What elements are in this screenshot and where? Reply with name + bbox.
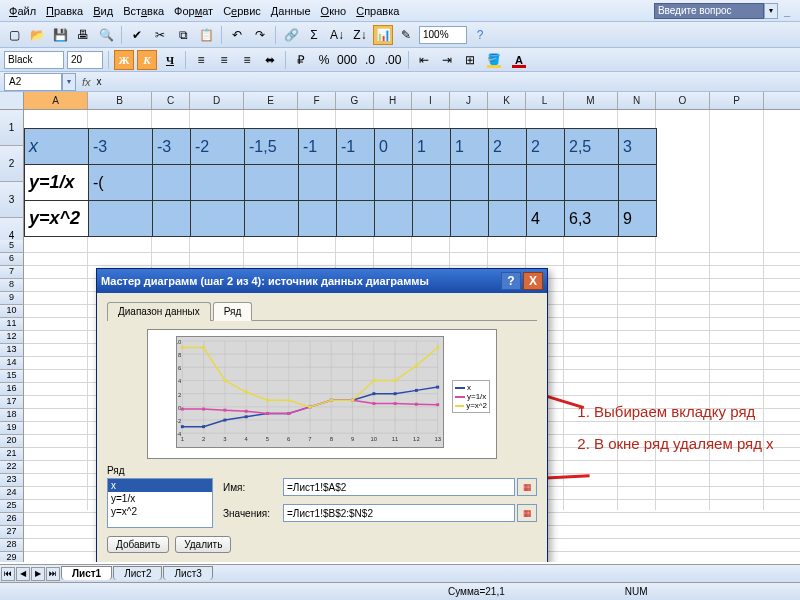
- row-header-19[interactable]: 19: [0, 422, 24, 435]
- name-box[interactable]: A2: [4, 73, 62, 91]
- col-header-E[interactable]: E: [244, 92, 298, 109]
- menu-view[interactable]: Вид: [88, 3, 118, 19]
- col-header-F[interactable]: F: [298, 92, 336, 109]
- series-item-0[interactable]: x: [108, 479, 212, 492]
- menu-insert[interactable]: Вставка: [118, 3, 169, 19]
- cell-r2-c1[interactable]: [153, 201, 191, 237]
- cell-r2-c10[interactable]: 4: [527, 201, 565, 237]
- sort-desc-icon[interactable]: Z↓: [350, 25, 370, 45]
- row-header-26[interactable]: 26: [0, 513, 24, 526]
- row-header-11[interactable]: 11: [0, 318, 24, 331]
- cell-r2-c7[interactable]: [413, 201, 451, 237]
- currency-icon[interactable]: ₽: [291, 50, 311, 70]
- menu-window[interactable]: Окно: [316, 3, 352, 19]
- align-center-icon[interactable]: ≡: [214, 50, 234, 70]
- cell-r1-c6[interactable]: [375, 165, 413, 201]
- undo-icon[interactable]: ↶: [227, 25, 247, 45]
- sheet-tab-2[interactable]: Лист2: [113, 566, 162, 580]
- row-label-0[interactable]: x: [25, 129, 89, 165]
- sort-asc-icon[interactable]: A↓: [327, 25, 347, 45]
- row-header-23[interactable]: 23: [0, 474, 24, 487]
- namebox-arrow-icon[interactable]: ▾: [62, 73, 76, 91]
- cell-r1-c2[interactable]: [191, 165, 245, 201]
- size-selector[interactable]: 20: [67, 51, 103, 69]
- help-icon[interactable]: ?: [470, 25, 490, 45]
- col-header-J[interactable]: J: [450, 92, 488, 109]
- fx-icon[interactable]: fx: [82, 76, 91, 88]
- cell-r2-c4[interactable]: [299, 201, 337, 237]
- spreadsheet-grid[interactable]: ABCDEFGHIJKLMNOP 1234 x-3-3-2-1,5-1-1011…: [0, 92, 800, 562]
- col-header-O[interactable]: O: [656, 92, 710, 109]
- comma-icon[interactable]: 000: [337, 50, 357, 70]
- help-dropdown-icon[interactable]: ▾: [764, 3, 778, 19]
- borders-icon[interactable]: ⊞: [460, 50, 480, 70]
- cell-r0-c3[interactable]: -1,5: [245, 129, 299, 165]
- indent-inc-icon[interactable]: ⇥: [437, 50, 457, 70]
- menu-tools[interactable]: Сервис: [218, 3, 266, 19]
- col-header-G[interactable]: G: [336, 92, 374, 109]
- new-icon[interactable]: ▢: [4, 25, 24, 45]
- decrease-dec-icon[interactable]: .0: [360, 50, 380, 70]
- row-header-15[interactable]: 15: [0, 370, 24, 383]
- data-table[interactable]: x-3-3-2-1,5-1-1011222,53y=1/x-(y=x^246,3…: [24, 128, 657, 237]
- sheet-tab-1[interactable]: Лист1: [61, 566, 112, 580]
- cell-r0-c2[interactable]: -2: [191, 129, 245, 165]
- preview-icon[interactable]: 🔍: [96, 25, 116, 45]
- row-header-13[interactable]: 13: [0, 344, 24, 357]
- col-header-D[interactable]: D: [190, 92, 244, 109]
- row-header-27[interactable]: 27: [0, 526, 24, 539]
- formula-value[interactable]: x: [97, 76, 102, 87]
- cell-r0-c6[interactable]: 0: [375, 129, 413, 165]
- cell-r2-c2[interactable]: [191, 201, 245, 237]
- cell-r2-c9[interactable]: [489, 201, 527, 237]
- cell-r1-c7[interactable]: [413, 165, 451, 201]
- col-header-L[interactable]: L: [526, 92, 564, 109]
- cell-r0-c8[interactable]: 1: [451, 129, 489, 165]
- paste-icon[interactable]: 📋: [196, 25, 216, 45]
- cell-r1-c3[interactable]: [245, 165, 299, 201]
- tab-nav-last-icon[interactable]: ⏭: [46, 567, 60, 581]
- dialog-close-button[interactable]: X: [523, 272, 543, 290]
- cell-r0-c11[interactable]: 2,5: [565, 129, 619, 165]
- cell-r2-c0[interactable]: [89, 201, 153, 237]
- help-search-input[interactable]: [654, 3, 764, 19]
- row-header-9[interactable]: 9: [0, 292, 24, 305]
- cell-r0-c10[interactable]: 2: [527, 129, 565, 165]
- cell-r1-c8[interactable]: [451, 165, 489, 201]
- align-left-icon[interactable]: ≡: [191, 50, 211, 70]
- cell-r0-c12[interactable]: 3: [619, 129, 657, 165]
- link-icon[interactable]: 🔗: [281, 25, 301, 45]
- tab-nav-next-icon[interactable]: ▶: [31, 567, 45, 581]
- row-header-18[interactable]: 18: [0, 409, 24, 422]
- cell-r2-c12[interactable]: 9: [619, 201, 657, 237]
- cell-r1-c9[interactable]: [489, 165, 527, 201]
- cell-r1-c4[interactable]: [299, 165, 337, 201]
- cell-r0-c9[interactable]: 2: [489, 129, 527, 165]
- row-header-21[interactable]: 21: [0, 448, 24, 461]
- row-header-16[interactable]: 16: [0, 383, 24, 396]
- cell-r0-c4[interactable]: -1: [299, 129, 337, 165]
- row-header-20[interactable]: 20: [0, 435, 24, 448]
- row-header-5[interactable]: 5: [0, 240, 24, 253]
- add-series-button[interactable]: Добавить: [107, 536, 169, 553]
- cell-r1-c12[interactable]: [619, 165, 657, 201]
- cell-r2-c11[interactable]: 6,3: [565, 201, 619, 237]
- row-header-22[interactable]: 22: [0, 461, 24, 474]
- menu-edit[interactable]: Правка: [41, 3, 88, 19]
- row-header-8[interactable]: 8: [0, 279, 24, 292]
- row-label-2[interactable]: y=x^2: [25, 201, 89, 237]
- bold-button[interactable]: Ж: [114, 50, 134, 70]
- menu-data[interactable]: Данные: [266, 3, 316, 19]
- underline-button[interactable]: Ч: [160, 50, 180, 70]
- fill-color-button[interactable]: 🪣: [483, 51, 505, 69]
- col-header-P[interactable]: P: [710, 92, 764, 109]
- cell-r2-c6[interactable]: [375, 201, 413, 237]
- tab-series[interactable]: Ряд: [213, 302, 253, 321]
- cell-r1-c0[interactable]: -(: [89, 165, 153, 201]
- row-header-7[interactable]: 7: [0, 266, 24, 279]
- chart-icon[interactable]: 📊: [373, 25, 393, 45]
- row-header-1[interactable]: 1: [0, 110, 24, 146]
- menu-file[interactable]: Файл: [4, 3, 41, 19]
- redo-icon[interactable]: ↷: [250, 25, 270, 45]
- cell-r2-c8[interactable]: [451, 201, 489, 237]
